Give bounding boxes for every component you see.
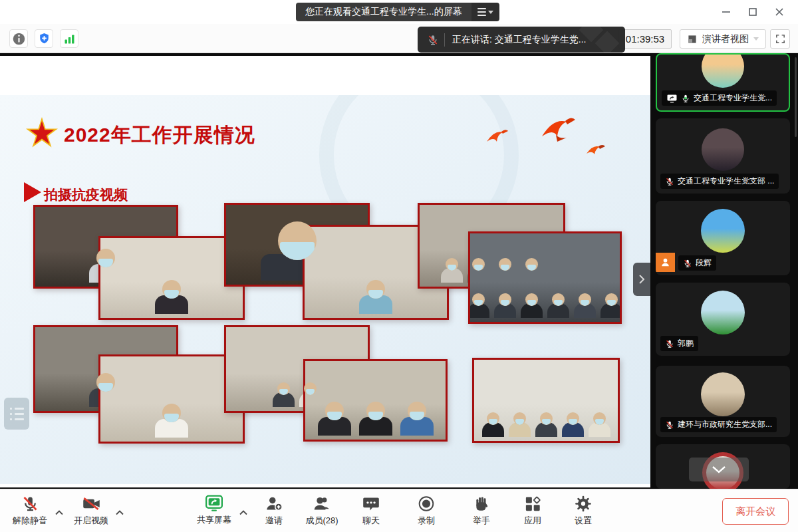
person-figure — [535, 412, 557, 437]
close-button[interactable] — [766, 0, 793, 24]
view-mode-button[interactable]: 演讲者视图 — [680, 29, 766, 49]
person-figure — [155, 404, 188, 438]
side-panel-toggle-button[interactable] — [4, 398, 29, 430]
maximize-button[interactable] — [739, 0, 766, 24]
list-icon — [10, 408, 24, 420]
chevron-up-icon — [116, 510, 124, 515]
start-video-label: 开启视频 — [74, 515, 108, 527]
unmute-label: 解除静音 — [13, 515, 47, 527]
presentation-slide: 2022年工作开展情况 拍摄抗疫视频 — [0, 95, 650, 484]
audio-options-button[interactable] — [53, 508, 66, 517]
signal-bars-icon — [63, 32, 76, 46]
participant-name: 段辉 — [696, 257, 712, 269]
muted-mic-icon — [665, 339, 674, 348]
window-title-bar: 您正在观看交通工程专业学生...的屏幕 — [0, 0, 798, 24]
share-screen-button[interactable]: 共享屏幕 — [197, 495, 231, 526]
participant-name: 交通工程专业学生党支部 ... — [678, 176, 774, 187]
banner-menu-button[interactable] — [471, 3, 499, 21]
watching-banner-text: 您正在观看交通工程专业学生...的屏幕 — [296, 3, 471, 21]
invite-icon — [265, 495, 283, 513]
participant-name: 交通工程专业学生党... — [694, 92, 772, 104]
members-icon — [313, 495, 331, 513]
person-figure — [600, 293, 622, 318]
chevron-up-icon — [239, 510, 248, 515]
raise-hand-icon — [473, 495, 491, 513]
person-figure — [521, 293, 543, 318]
participant-tile[interactable]: 交通工程专业学生党支部 ... — [656, 118, 790, 194]
fullscreen-button[interactable] — [770, 29, 790, 49]
network-quality-button[interactable] — [60, 29, 78, 48]
person-figure — [509, 412, 531, 437]
hamburger-icon — [477, 8, 486, 16]
participant-tile[interactable]: 交通工程专业学生党... — [656, 53, 790, 112]
record-button[interactable]: 录制 — [418, 495, 436, 527]
members-button[interactable]: 成员(28) — [305, 495, 338, 527]
muted-mic-icon — [665, 177, 674, 186]
divider — [444, 33, 445, 47]
person-figure — [562, 412, 584, 437]
video-options-button[interactable] — [114, 508, 126, 517]
participant-name: 郭鹏 — [678, 338, 694, 349]
apps-button[interactable]: 应用 — [524, 495, 542, 527]
slide-photo-five-men-room — [472, 358, 620, 443]
rail-scrollbar[interactable] — [795, 57, 797, 137]
chevron-right-icon — [638, 274, 646, 285]
mic-active-icon — [681, 94, 690, 103]
participant-name: 建环与市政研究生党支部... — [678, 419, 772, 430]
share-screen-label: 共享屏幕 — [197, 514, 231, 526]
maximize-icon — [748, 7, 757, 17]
now-speaking-banner: 正在讲话: 交通工程专业学生党... — [418, 27, 625, 53]
flying-bird-icon — [540, 115, 580, 144]
share-options-button[interactable] — [237, 508, 250, 517]
person-figure — [359, 280, 392, 314]
red-star-icon — [25, 117, 59, 150]
chat-button[interactable]: 聊天 — [362, 495, 380, 527]
view-mode-label: 演讲者视图 — [702, 33, 749, 45]
start-video-button[interactable]: 开启视频 — [74, 495, 108, 527]
record-label: 录制 — [418, 515, 435, 527]
slide-photo-woman-white-door — [98, 354, 245, 444]
muted-mic-icon — [21, 495, 39, 513]
person-figure — [400, 402, 434, 436]
participant-tile[interactable]: 郭鹏 — [656, 283, 790, 356]
person-figure — [359, 402, 392, 436]
share-screen-icon — [205, 495, 223, 512]
security-button[interactable] — [35, 29, 53, 48]
main-stage: 2022年工作开展情况 拍摄抗疫视频 — [0, 53, 798, 489]
muted-mic-icon — [427, 34, 439, 46]
participants-rail: 交通工程专业学生党... 交通工程专业学生党支部 ... — [650, 53, 798, 489]
apps-icon — [524, 495, 542, 513]
person-figure — [318, 402, 351, 436]
shared-screen: 2022年工作开展情况 拍摄抗疫视频 — [0, 56, 650, 487]
leave-meeting-button[interactable]: 离开会议 — [722, 498, 789, 525]
meeting-info-button[interactable] — [9, 29, 28, 48]
close-icon — [775, 7, 784, 17]
invite-label: 邀请 — [265, 515, 283, 527]
avatar — [702, 128, 744, 171]
slide-photo-three-men-selfie — [303, 359, 448, 442]
person-figure — [155, 280, 188, 314]
avatar — [701, 291, 745, 334]
collapse-participants-button[interactable] — [633, 263, 650, 296]
settings-button[interactable]: 设置 — [575, 495, 593, 527]
person-figure — [589, 412, 610, 437]
unmute-button[interactable]: 解除静音 — [13, 495, 47, 527]
participant-tile[interactable]: 建环与市政研究生党支部... — [656, 366, 790, 437]
raise-hand-button[interactable]: 举手 — [473, 495, 491, 527]
person-figure — [482, 412, 504, 437]
record-icon — [418, 495, 436, 513]
avatar — [701, 209, 745, 253]
scroll-more-participants-button[interactable] — [689, 458, 749, 481]
meeting-duration: 01:39:53 — [618, 29, 672, 49]
slide-title: 2022年工作开展情况 — [64, 122, 255, 149]
apps-label: 应用 — [524, 515, 541, 527]
slide-photo-woman-at-door — [98, 236, 245, 320]
flying-bird-icon — [585, 143, 608, 158]
person-figure — [273, 382, 295, 407]
participant-tile[interactable]: 段辉 — [656, 201, 790, 275]
leave-meeting-label: 离开会议 — [735, 505, 775, 518]
meeting-header-toolbar: 01:39:53 演讲者视图 — [0, 24, 798, 53]
red-triangle-bullet-icon — [24, 182, 41, 202]
minimize-button[interactable] — [713, 0, 739, 24]
invite-button[interactable]: 邀请 — [265, 495, 283, 527]
